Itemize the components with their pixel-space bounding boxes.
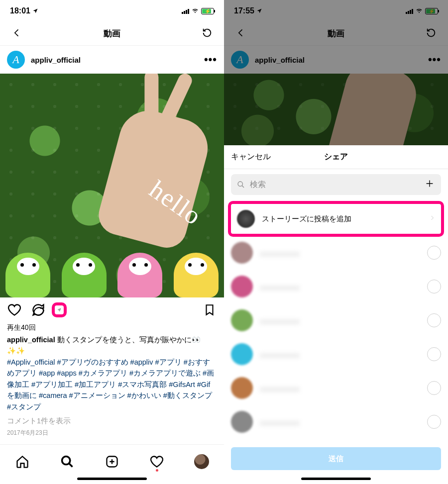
- home-indicator[interactable]: [77, 478, 147, 480]
- recipient-row[interactable]: [231, 411, 441, 433]
- location-icon: [32, 8, 38, 14]
- post-media[interactable]: hello: [0, 74, 224, 297]
- recipient-list: [224, 242, 448, 441]
- recipient-row[interactable]: [231, 276, 441, 297]
- search-placeholder: 検索: [250, 180, 266, 190]
- signal-icon: [182, 8, 189, 14]
- nav-title: 動画: [104, 28, 120, 39]
- select-radio[interactable]: [427, 280, 441, 293]
- hashtags[interactable]: #Appliv_official #アプリヴのおすすめ #appliv #アプリ…: [7, 358, 214, 411]
- recipient-row[interactable]: [231, 242, 441, 264]
- story-row-label: ストーリーズに投稿を追加: [262, 214, 422, 224]
- recipient-row[interactable]: [231, 377, 441, 399]
- author-row[interactable]: A appliv_official •••: [0, 46, 224, 74]
- activity-tab[interactable]: [146, 451, 168, 473]
- search-tab[interactable]: [56, 451, 78, 473]
- cancel-button[interactable]: キャンセル: [231, 152, 271, 162]
- profile-avatar: [194, 454, 209, 469]
- post-date: 2017年6月23日: [7, 428, 217, 438]
- new-post-tab[interactable]: [101, 451, 123, 473]
- story-avatar: [237, 210, 255, 228]
- like-button[interactable]: [7, 302, 22, 317]
- select-radio[interactable]: [427, 246, 441, 260]
- wifi-icon: [191, 8, 199, 14]
- search-input[interactable]: 検索: [231, 174, 441, 195]
- dim-overlay: [224, 0, 448, 145]
- chevron-right-icon: [429, 214, 435, 224]
- send-button[interactable]: 送信: [231, 447, 441, 470]
- back-button[interactable]: [8, 28, 26, 40]
- bookmark-button[interactable]: [202, 302, 217, 317]
- caption-username[interactable]: appliv_official: [7, 336, 55, 344]
- select-radio[interactable]: [427, 381, 441, 395]
- post-actions: [0, 297, 224, 322]
- add-to-story-row[interactable]: ストーリーズに投稿を追加: [228, 201, 444, 237]
- nav-bar: 動画: [0, 22, 224, 46]
- recipient-row[interactable]: [231, 343, 441, 365]
- battery-icon: ⚡: [201, 8, 214, 14]
- profile-tab[interactable]: [191, 451, 213, 473]
- right-screenshot: 17:55 ⚡ 動画 A appliv_official ••• キャンセル シ…: [224, 0, 448, 484]
- share-button[interactable]: [52, 302, 67, 317]
- select-radio[interactable]: [427, 313, 441, 327]
- home-tab[interactable]: [11, 451, 33, 473]
- search-icon: [237, 181, 245, 189]
- add-group-button[interactable]: [424, 178, 435, 191]
- recipient-row[interactable]: [231, 309, 441, 331]
- home-indicator[interactable]: [301, 478, 371, 480]
- caption: appliv_official 動くスタンプを使うと、写真が賑やかに👀✨✨ #A…: [7, 334, 217, 412]
- avatar[interactable]: A: [7, 51, 25, 69]
- username[interactable]: appliv_official: [31, 56, 198, 64]
- status-time: 18:01: [10, 6, 38, 15]
- reload-button[interactable]: [198, 27, 216, 40]
- select-radio[interactable]: [427, 347, 441, 361]
- view-comments[interactable]: コメント1件を表示: [7, 415, 217, 426]
- svg-point-0: [62, 457, 70, 465]
- select-radio[interactable]: [427, 415, 441, 429]
- play-count: 再生40回: [7, 322, 217, 333]
- more-button[interactable]: •••: [204, 53, 217, 66]
- left-screenshot: 18:01 ⚡ 動画 A appliv_official ••• hello: [0, 0, 224, 484]
- share-sheet: キャンセル シェア 検索 ストーリーズに投稿を追加 送信: [224, 145, 448, 484]
- sheet-header: キャンセル シェア: [224, 145, 448, 169]
- status-bar: 18:01 ⚡: [0, 0, 224, 22]
- notification-dot: [156, 469, 158, 472]
- svg-point-2: [238, 182, 242, 186]
- post-meta: 再生40回 appliv_official 動くスタンプを使うと、写真が賑やかに…: [0, 322, 224, 443]
- comment-button[interactable]: [31, 302, 46, 317]
